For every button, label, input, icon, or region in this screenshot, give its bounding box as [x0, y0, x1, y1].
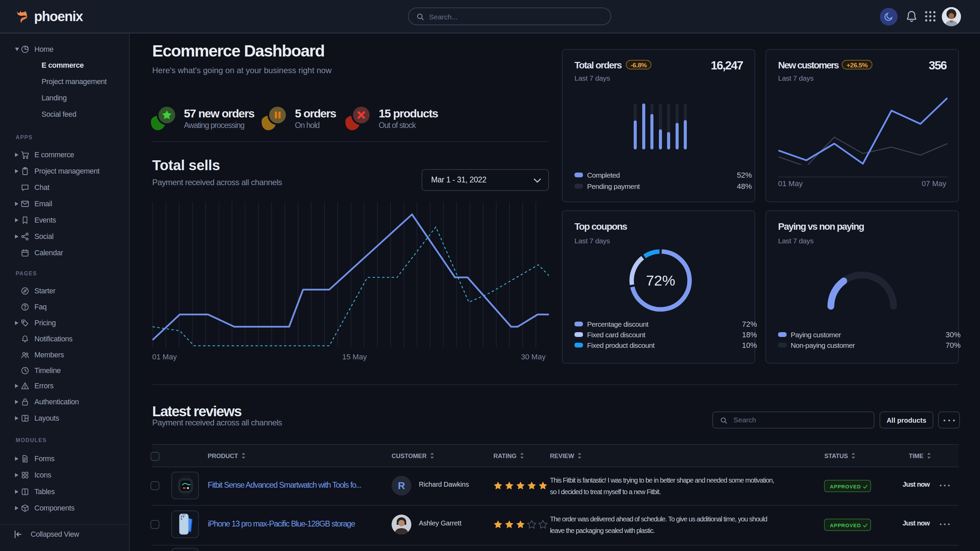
svg-text:72%: 72% — [646, 272, 675, 289]
